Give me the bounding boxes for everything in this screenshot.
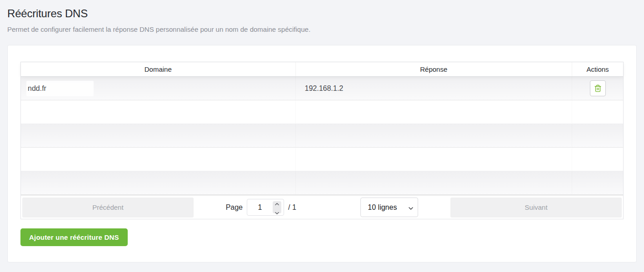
column-header-response[interactable]: Réponse (295, 62, 572, 76)
page-title: Réécritures DNS (7, 7, 637, 20)
table-row: ndd.fr 192.168.1.2 (21, 77, 623, 100)
table-row-empty (21, 148, 623, 171)
table-row-empty (21, 171, 623, 195)
add-rewrite-button[interactable]: Ajouter une réécriture DNS (20, 228, 128, 246)
page-size-select[interactable]: 10 lignes (360, 198, 418, 217)
page-number-group: Page / 1 (226, 199, 296, 216)
table-body: ndd.fr 192.168.1.2 (21, 77, 623, 195)
dns-rewrites-table: Domaine Réponse Actions ndd.fr 192.168.1… (20, 62, 624, 219)
page-number-input-box (247, 199, 284, 216)
column-header-actions: Actions (572, 62, 623, 76)
dns-rewrites-card: Domaine Réponse Actions ndd.fr 192.168.1… (7, 45, 637, 262)
total-pages-label: / 1 (288, 203, 296, 212)
domain-cell: ndd.fr (21, 77, 295, 100)
domain-value: ndd.fr (26, 81, 94, 96)
pagination-center-section: Page / 1 (194, 198, 450, 217)
page-size-select-wrap: 10 lignes (360, 198, 418, 217)
pagination-next-section: Suivant (450, 198, 622, 218)
pagination-bar: Précédent Page (21, 195, 623, 219)
next-page-button[interactable]: Suivant (450, 198, 622, 218)
previous-page-button[interactable]: Précédent (22, 198, 194, 218)
response-cell: 192.168.1.2 (295, 77, 572, 100)
chevron-down-icon (275, 208, 279, 216)
page-label: Page (226, 203, 243, 212)
page-number-stepper[interactable] (273, 201, 281, 213)
chevron-up-icon (275, 199, 279, 207)
delete-rewrite-button[interactable] (590, 80, 606, 96)
table-row-empty (21, 124, 623, 148)
column-header-domain[interactable]: Domaine (21, 62, 295, 76)
pagination-previous-section: Précédent (22, 198, 194, 218)
table-header-row: Domaine Réponse Actions (21, 62, 623, 77)
page-number-input[interactable] (247, 203, 273, 212)
page-subtitle: Permet de configurer facilement la répon… (7, 25, 637, 33)
page-header: Réécritures DNS Permet de configurer fac… (0, 0, 644, 33)
response-value: 192.168.1.2 (305, 84, 344, 93)
actions-cell (572, 77, 623, 100)
trash-icon (594, 84, 602, 92)
table-row-empty (21, 100, 623, 124)
